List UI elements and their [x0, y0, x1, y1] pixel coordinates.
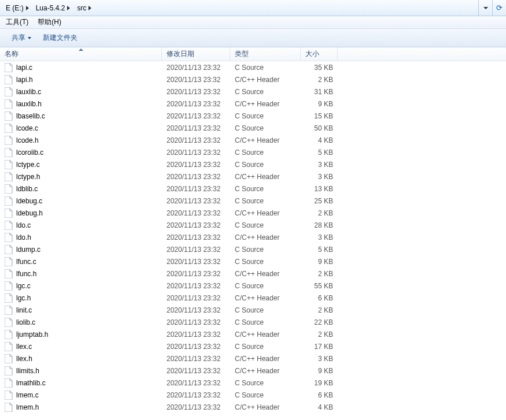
file-name: ldo.h [16, 233, 31, 241]
file-row[interactable]: ldump.c2020/11/13 23:32C Source5 KB [0, 243, 506, 255]
file-icon [5, 391, 13, 400]
file-pane: 名称 修改日期 类型 大小 lapi.c2020/11/13 23:32C So… [0, 47, 506, 413]
file-type: C Source [230, 197, 301, 205]
file-size: 5 KB [301, 246, 338, 254]
file-icon [5, 293, 13, 303]
file-row[interactable]: llex.c2020/11/13 23:32C Source17 KB [0, 340, 506, 352]
file-icon [5, 172, 13, 181]
menu-bar: 工具(T) 帮助(H) [0, 16, 506, 29]
file-size: 13 KB [301, 185, 338, 193]
file-row[interactable]: ldo.h2020/11/13 23:32C/C++ Header3 KB [0, 231, 506, 243]
column-header-size[interactable]: 大小 [301, 47, 338, 61]
column-name-label: 名称 [5, 49, 19, 59]
file-date: 2020/11/13 23:32 [162, 76, 230, 84]
file-list: lapi.c2020/11/13 23:32C Source35 KBlapi.… [0, 61, 506, 413]
file-row[interactable]: lmathlib.c2020/11/13 23:32C Source19 KB [0, 377, 506, 389]
file-row[interactable]: linit.c2020/11/13 23:32C Source2 KB [0, 304, 506, 316]
refresh-button[interactable] [492, 0, 506, 16]
menu-help[interactable]: 帮助(H) [33, 16, 66, 28]
file-name: lmathlib.c [16, 379, 46, 387]
file-row[interactable]: lctype.h2020/11/13 23:32C/C++ Header3 KB [0, 170, 506, 183]
file-size: 2 KB [301, 270, 338, 278]
file-row[interactable]: lgc.c2020/11/13 23:32C Source55 KB [0, 280, 506, 292]
file-size: 6 KB [301, 391, 338, 399]
file-row[interactable]: llimits.h2020/11/13 23:32C/C++ Header9 K… [0, 365, 506, 377]
file-icon [5, 136, 13, 145]
file-row[interactable]: ldblib.c2020/11/13 23:32C Source13 KB [0, 183, 506, 195]
file-row[interactable]: lfunc.h2020/11/13 23:32C/C++ Header2 KB [0, 267, 506, 280]
file-row[interactable]: lauxlib.h2020/11/13 23:32C/C++ Header9 K… [0, 98, 506, 110]
file-icon [5, 124, 13, 133]
file-type: C/C++ Header [230, 403, 301, 411]
file-icon [5, 269, 13, 278]
file-row[interactable]: lcode.h2020/11/13 23:32C/C++ Header4 KB [0, 134, 506, 146]
file-name: llex.c [16, 343, 32, 351]
file-icon [5, 342, 13, 351]
file-row[interactable]: lmem.h2020/11/13 23:32C/C++ Header4 KB [0, 401, 506, 413]
column-header-date[interactable]: 修改日期 [162, 47, 230, 61]
file-type: C Source [230, 258, 301, 266]
column-header-type[interactable]: 类型 [230, 47, 301, 61]
file-name: ldebug.h [16, 209, 43, 217]
sort-ascending-icon [79, 49, 83, 51]
file-row[interactable]: lcorolib.c2020/11/13 23:32C Source5 KB [0, 146, 506, 158]
file-type: C Source [230, 306, 301, 314]
file-size: 2 KB [301, 76, 338, 84]
breadcrumb-segment[interactable]: src [73, 0, 95, 16]
column-size-label: 大小 [305, 49, 319, 59]
file-size: 17 KB [301, 343, 338, 351]
file-name: lfunc.h [16, 270, 36, 278]
file-icon [5, 354, 13, 363]
file-row[interactable]: ldo.c2020/11/13 23:32C Source28 KB [0, 219, 506, 231]
history-dropdown-button[interactable] [478, 0, 492, 16]
file-name: lmem.h [16, 403, 39, 411]
new-folder-button[interactable]: 新建文件夹 [37, 29, 83, 47]
file-size: 28 KB [301, 221, 338, 229]
file-row[interactable]: lapi.h2020/11/13 23:32C/C++ Header2 KB [0, 73, 506, 86]
file-row[interactable]: ljumptab.h2020/11/13 23:32C/C++ Header2 … [0, 328, 506, 340]
file-row[interactable]: ldebug.c2020/11/13 23:32C Source25 KB [0, 195, 506, 207]
file-row[interactable]: lgc.h2020/11/13 23:32C/C++ Header6 KB [0, 292, 506, 304]
chevron-right-icon [26, 6, 29, 10]
file-icon [5, 209, 13, 218]
address-bar[interactable]: E (E:)Lua-5.4.2src [0, 0, 506, 16]
file-row[interactable]: lcode.c2020/11/13 23:32C Source50 KB [0, 122, 506, 134]
file-date: 2020/11/13 23:32 [162, 330, 230, 339]
breadcrumb-segment[interactable]: Lua-5.4.2 [32, 0, 74, 16]
file-row[interactable]: lbaselib.c2020/11/13 23:32C Source15 KB [0, 110, 506, 122]
file-date: 2020/11/13 23:32 [162, 221, 230, 229]
file-size: 35 KB [301, 64, 338, 72]
file-row[interactable]: liolib.c2020/11/13 23:32C Source22 KB [0, 316, 506, 328]
file-name: lcorolib.c [16, 148, 43, 157]
file-type: C/C++ Header [230, 294, 301, 302]
file-row[interactable]: lfunc.c2020/11/13 23:32C Source9 KB [0, 255, 506, 267]
file-type: C/C++ Header [230, 270, 301, 278]
file-date: 2020/11/13 23:32 [162, 318, 230, 326]
share-button[interactable]: 共享 [6, 29, 37, 47]
file-type: C/C++ Header [230, 173, 301, 181]
file-name: lmem.c [16, 391, 39, 399]
chevron-down-icon [483, 7, 488, 9]
breadcrumb[interactable]: E (E:)Lua-5.4.2src [2, 0, 95, 16]
file-icon [5, 87, 13, 96]
menu-tools[interactable]: 工具(T) [1, 16, 33, 28]
file-name: linit.c [16, 306, 32, 314]
file-row[interactable]: lmem.c2020/11/13 23:32C Source6 KB [0, 389, 506, 401]
file-row[interactable]: ldebug.h2020/11/13 23:32C/C++ Header2 KB [0, 207, 506, 219]
file-row[interactable]: lctype.c2020/11/13 23:32C Source3 KB [0, 158, 506, 170]
file-row[interactable]: llex.h2020/11/13 23:32C/C++ Header3 KB [0, 352, 506, 365]
file-date: 2020/11/13 23:32 [162, 173, 230, 181]
column-type-label: 类型 [235, 49, 249, 59]
file-type: C Source [230, 343, 301, 351]
file-date: 2020/11/13 23:32 [162, 100, 230, 108]
file-type: C Source [230, 64, 301, 72]
file-row[interactable]: lauxlib.c2020/11/13 23:32C Source31 KB [0, 86, 506, 98]
file-date: 2020/11/13 23:32 [162, 161, 230, 169]
breadcrumb-segment[interactable]: E (E:) [2, 0, 32, 16]
column-header-name[interactable]: 名称 [0, 47, 162, 61]
file-row[interactable]: lapi.c2020/11/13 23:32C Source35 KB [0, 61, 506, 73]
file-type: C Source [230, 112, 301, 120]
file-date: 2020/11/13 23:32 [162, 233, 230, 241]
file-date: 2020/11/13 23:32 [162, 391, 230, 399]
file-icon [5, 403, 13, 412]
